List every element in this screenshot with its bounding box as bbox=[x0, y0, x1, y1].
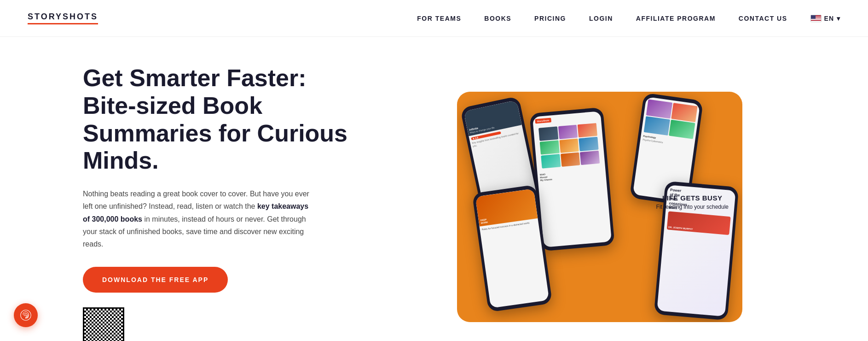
language-selector[interactable]: EN ▾ bbox=[810, 15, 840, 22]
life-gets-busy-text: LIFE GETS BUSY Fit reading into your sch… bbox=[656, 194, 729, 210]
hero-image-wrap: InfiniteWays to change your life ★ 4.8 K… bbox=[377, 92, 822, 322]
download-app-button[interactable]: DOWNLOAD THE FREE APP bbox=[83, 267, 228, 293]
navbar: STORYSHOTS FOR TEAMS BOOKS PRICING LOGIN… bbox=[0, 0, 868, 37]
language-label: EN bbox=[824, 15, 834, 22]
life-gets-busy-title: LIFE GETS BUSY bbox=[656, 194, 729, 202]
life-gets-busy-subtitle: Fit reading into your schedule bbox=[656, 204, 729, 210]
nav-links: FOR TEAMS BOOKS PRICING LOGIN AFFILIATE … bbox=[417, 14, 787, 23]
nav-link-login[interactable]: LOGIN bbox=[589, 15, 613, 22]
nav-item-books[interactable]: BOOKS bbox=[484, 14, 511, 23]
nav-link-books[interactable]: BOOKS bbox=[484, 15, 511, 22]
hero-title: Get Smarter Faster: Bite-sized Book Summ… bbox=[83, 65, 350, 175]
nav-item-contact[interactable]: CONTACT US bbox=[739, 14, 787, 23]
nav-item-for-teams[interactable]: FOR TEAMS bbox=[417, 14, 461, 23]
hero-orange-card: InfiniteWays to change your life ★ 4.8 K… bbox=[457, 92, 742, 322]
chevron-down-icon: ▾ bbox=[837, 15, 840, 22]
nav-item-affiliate[interactable]: AFFILIATE PROGRAM bbox=[636, 14, 716, 23]
us-flag-icon bbox=[810, 15, 822, 22]
nav-item-pricing[interactable]: PRICING bbox=[534, 14, 566, 23]
hero-section: Get Smarter Faster: Bite-sized Book Summ… bbox=[0, 37, 868, 341]
qr-code bbox=[83, 307, 124, 341]
phone-screen-2: StoryShots bbox=[532, 111, 612, 247]
fingerprint-icon bbox=[19, 309, 32, 322]
nav-link-contact[interactable]: CONTACT US bbox=[739, 15, 787, 22]
nav-link-for-teams[interactable]: FOR TEAMS bbox=[417, 15, 461, 22]
nav-item-login[interactable]: LOGIN bbox=[589, 14, 613, 23]
hero-content: Get Smarter Faster: Bite-sized Book Summ… bbox=[83, 65, 350, 341]
phone-screen-4: DEEPWORK Rules for focused success in a … bbox=[475, 188, 550, 308]
hero-description: Nothing beats reading a great book cover… bbox=[83, 188, 313, 250]
logo[interactable]: STORYSHOTS bbox=[28, 12, 98, 24]
nav-link-affiliate[interactable]: AFFILIATE PROGRAM bbox=[636, 15, 716, 22]
logo-wrap[interactable]: STORYSHOTS bbox=[28, 12, 98, 24]
qr-code-wrap bbox=[83, 307, 124, 341]
fingerprint-button[interactable] bbox=[14, 303, 38, 327]
nav-link-pricing[interactable]: PRICING bbox=[534, 15, 566, 22]
